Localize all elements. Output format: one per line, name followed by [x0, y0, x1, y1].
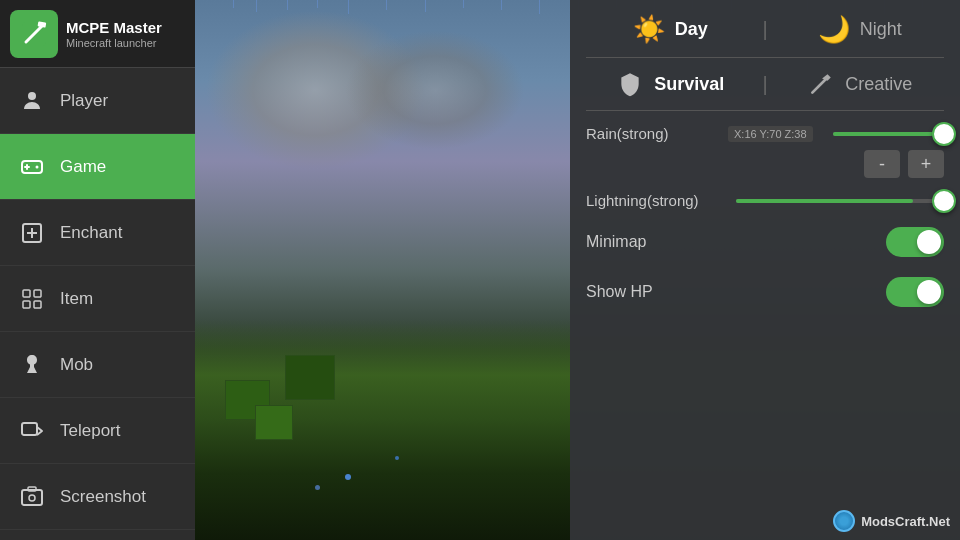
screenshot-icon — [18, 483, 46, 511]
moon-icon: 🌙 — [818, 14, 850, 45]
rain-label: Rain(strong) — [586, 125, 716, 142]
game-icon — [18, 153, 46, 181]
night-option[interactable]: 🌙 Night — [776, 14, 944, 45]
sidebar-label-screenshot: Screenshot — [60, 487, 146, 507]
lightning-fill — [736, 199, 913, 203]
night-label: Night — [860, 19, 902, 40]
minimap-toggle[interactable] — [886, 227, 944, 257]
sidebar-label-teleport: Teleport — [60, 421, 120, 441]
lightning-knob[interactable] — [932, 189, 956, 213]
sidebar-item-item[interactable]: Item — [0, 266, 195, 332]
mode-row: Survival | Creative — [586, 70, 944, 111]
day-label: Day — [675, 19, 708, 40]
svg-point-3 — [28, 92, 36, 100]
day-night-row: ☀️ Day | 🌙 Night — [586, 14, 944, 58]
svg-point-5 — [36, 165, 39, 168]
plus-button[interactable]: + — [908, 150, 944, 178]
watermark-icon — [833, 510, 855, 532]
svg-rect-16 — [22, 490, 42, 505]
show-hp-label: Show HP — [586, 283, 653, 301]
lightning-slider-row: Lightning(strong) — [586, 190, 944, 211]
pickaxe-icon — [807, 70, 835, 98]
svg-point-17 — [29, 495, 35, 501]
svg-rect-14 — [34, 301, 41, 308]
app-header: MCPE Master Minecraft launcher — [0, 0, 195, 68]
rain-knob[interactable] — [932, 122, 956, 146]
svg-rect-12 — [34, 290, 41, 297]
rain-fill — [833, 132, 933, 136]
survival-label: Survival — [654, 74, 724, 95]
sidebar-item-player[interactable]: Player — [0, 68, 195, 134]
rain-track[interactable] — [833, 132, 944, 136]
rain-coords: X:16 Y:70 Z:38 — [728, 126, 813, 142]
svg-rect-11 — [23, 290, 30, 297]
show-hp-knob — [917, 280, 941, 304]
item-icon — [18, 285, 46, 313]
lightning-label: Lightning(strong) — [586, 192, 716, 209]
sidebar-item-teleport[interactable]: Teleport — [0, 398, 195, 464]
svg-rect-13 — [23, 301, 30, 308]
sidebar-item-enchant[interactable]: Enchant — [0, 200, 195, 266]
minimap-knob — [917, 230, 941, 254]
main-area: ☀️ Day | 🌙 Night Survival | — [195, 0, 960, 540]
svg-rect-15 — [22, 423, 37, 435]
show-hp-row: Show HP — [586, 273, 944, 311]
enchant-icon — [18, 219, 46, 247]
dn-separator: | — [762, 18, 767, 41]
day-option[interactable]: ☀️ Day — [586, 14, 754, 45]
watermark-text: ModsCraft.Net — [861, 514, 950, 529]
show-hp-toggle[interactable] — [886, 277, 944, 307]
minus-button[interactable]: - — [864, 150, 900, 178]
creative-label: Creative — [845, 74, 912, 95]
sidebar-item-screenshot[interactable]: Screenshot — [0, 464, 195, 530]
sun-icon: ☀️ — [633, 14, 665, 45]
creative-option[interactable]: Creative — [776, 70, 944, 98]
lightning-track[interactable] — [736, 199, 944, 203]
app-icon — [10, 10, 58, 58]
sidebar-label-game: Game — [60, 157, 106, 177]
sidebar-item-game[interactable]: Game — [0, 134, 195, 200]
watermark: ModsCraft.Net — [833, 510, 950, 532]
sidebar-label-enchant: Enchant — [60, 223, 122, 243]
sidebar: MCPE Master Minecraft launcher Player Ga… — [0, 0, 195, 540]
app-title-block: MCPE Master Minecraft launcher — [66, 19, 162, 49]
settings-panel: ☀️ Day | 🌙 Night Survival | — [570, 0, 960, 540]
survival-option[interactable]: Survival — [586, 70, 754, 98]
shield-icon — [616, 70, 644, 98]
stepper-row: - + — [586, 150, 944, 178]
app-subtitle: Minecraft launcher — [66, 37, 162, 49]
mode-separator: | — [762, 73, 767, 96]
minimap-row: Minimap — [586, 223, 944, 261]
sidebar-item-mob[interactable]: Mob — [0, 332, 195, 398]
teleport-icon — [18, 417, 46, 445]
person-icon — [18, 87, 46, 115]
sidebar-label-item: Item — [60, 289, 93, 309]
minimap-label: Minimap — [586, 233, 646, 251]
mob-icon — [18, 351, 46, 379]
rain-slider-row: Rain(strong) X:16 Y:70 Z:38 — [586, 123, 944, 144]
app-title: MCPE Master — [66, 19, 162, 37]
sidebar-label-mob: Mob — [60, 355, 93, 375]
sidebar-label-player: Player — [60, 91, 108, 111]
